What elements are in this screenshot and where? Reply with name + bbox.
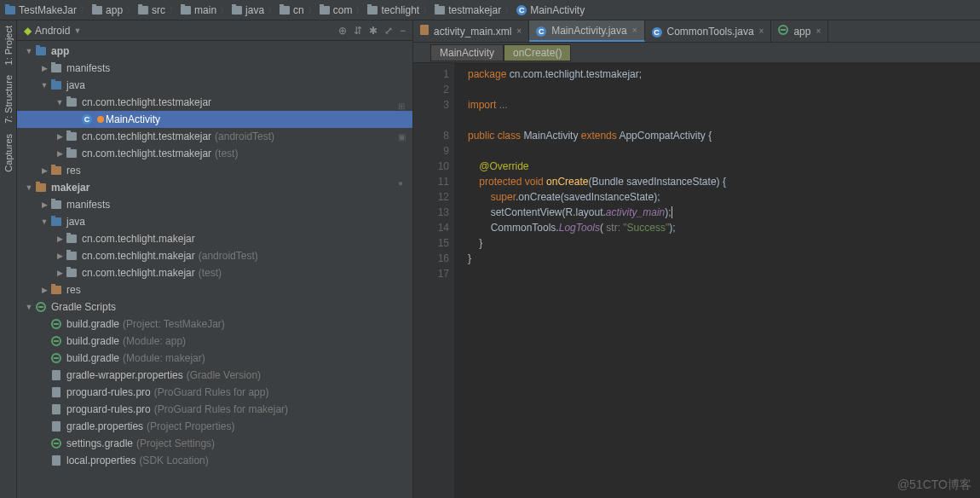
tree-arrow-icon[interactable]: ▼: [55, 98, 65, 107]
gutter-line[interactable]: 13: [413, 205, 449, 220]
tree-row[interactable]: gradle-wrapper.properties(Gradle Version…: [17, 367, 412, 384]
code-line[interactable]: protected void onCreate(Bundle savedInst…: [468, 174, 980, 189]
close-icon[interactable]: ×: [516, 26, 522, 36]
code-line[interactable]: [468, 113, 980, 128]
breadcrumb-item[interactable]: testmakejar: [435, 4, 501, 16]
breadcrumb-item[interactable]: CMainActivity: [516, 4, 585, 16]
tree-arrow-icon[interactable]: ▶: [55, 269, 65, 277]
tree-row[interactable]: build.gradle(Project: TestMakeJar): [17, 316, 412, 333]
editor-tab[interactable]: activity_main.xml×: [413, 20, 529, 42]
project-view-selector[interactable]: Android: [35, 25, 70, 37]
breadcrumb-method[interactable]: onCreate(): [504, 44, 571, 61]
tree-arrow-icon[interactable]: ▶: [39, 286, 49, 294]
hide-icon[interactable]: ⤢: [384, 25, 393, 37]
code-line[interactable]: import ...: [468, 97, 980, 113]
tree-arrow-icon[interactable]: ▶: [39, 200, 49, 209]
tree-row[interactable]: ▶res: [17, 162, 412, 179]
gutter-icon[interactable]: ⊞: [398, 99, 405, 114]
project-tree[interactable]: ▼app▶manifests▼java▼cn.com.techlight.tes…: [17, 41, 412, 498]
tree-row[interactable]: build.gradle(Module: makejar): [17, 350, 412, 367]
tree-row[interactable]: CMainActivity: [17, 111, 412, 128]
gutter-line[interactable]: 9: [413, 143, 449, 159]
breadcrumb-item[interactable]: src: [138, 4, 165, 16]
tree-row[interactable]: ▼app: [17, 43, 412, 60]
code-line[interactable]: package cn.com.techlight.testmakejar;: [468, 67, 980, 82]
gutter-line[interactable]: 17: [413, 266, 449, 281]
target-icon[interactable]: ⊕: [338, 25, 347, 37]
tree-arrow-icon[interactable]: ▼: [24, 303, 34, 311]
tree-arrow-icon[interactable]: ▶: [39, 64, 49, 72]
minimize-icon[interactable]: −: [400, 25, 406, 37]
gutter-line[interactable]: 12: [413, 189, 449, 205]
code-line[interactable]: [468, 266, 980, 281]
tree-row[interactable]: ▼java: [17, 77, 412, 94]
breadcrumb-item[interactable]: com: [320, 4, 353, 16]
tree-row[interactable]: ▶manifests: [17, 196, 412, 213]
tree-arrow-icon[interactable]: ▶: [55, 235, 65, 243]
tree-row[interactable]: ▶cn.com.techlight.testmakejar(test): [17, 145, 412, 162]
tree-arrow-icon[interactable]: ▶: [55, 132, 65, 141]
gutter-line[interactable]: 15: [413, 235, 449, 251]
code-line[interactable]: [468, 143, 980, 159]
tree-row[interactable]: ▼makejar: [17, 179, 412, 196]
editor-tab[interactable]: CMainActivity.java×: [529, 20, 644, 42]
gutter-icon[interactable]: ▣: [398, 130, 406, 145]
tree-row[interactable]: ▶cn.com.techlight.makejar(androidTest): [17, 247, 412, 264]
structure-tool-tab[interactable]: 7: Structure: [3, 75, 14, 124]
tree-row[interactable]: local.properties(SDK Location): [17, 452, 412, 469]
breadcrumb-item[interactable]: app: [92, 4, 123, 16]
code-editor[interactable]: 12⊞3 ▣8910●11121314151617 package cn.com…: [413, 63, 980, 498]
gutter-line[interactable]: 10: [413, 159, 449, 174]
chevron-down-icon[interactable]: ▼: [73, 26, 81, 35]
breadcrumb-item[interactable]: techlight: [367, 4, 419, 16]
editor-tab[interactable]: app×: [771, 20, 828, 42]
breadcrumb-item[interactable]: cn: [280, 4, 304, 16]
close-icon[interactable]: ×: [816, 26, 821, 36]
settings-icon[interactable]: ✱: [369, 25, 378, 37]
gutter-line[interactable]: 16: [413, 251, 449, 266]
code-line[interactable]: CommonTools.LogTools( str: "Success");: [468, 220, 980, 235]
breadcrumb-class[interactable]: MainActivity: [430, 44, 504, 61]
tree-row[interactable]: ▶cn.com.techlight.makejar: [17, 230, 412, 247]
tree-row[interactable]: ▶manifests: [17, 60, 412, 77]
breadcrumb-item[interactable]: java: [232, 4, 264, 16]
tree-arrow-icon[interactable]: ▼: [24, 47, 34, 55]
tree-row[interactable]: gradle.properties(Project Properties): [17, 418, 412, 435]
tree-arrow-icon[interactable]: ▶: [55, 252, 65, 260]
tree-row[interactable]: ▼java: [17, 213, 412, 230]
gutter-line[interactable]: ●11: [413, 174, 449, 189]
code-line[interactable]: super.onCreate(savedInstanceState);: [468, 189, 980, 205]
tree-row[interactable]: ▶cn.com.techlight.makejar(test): [17, 264, 412, 281]
project-tool-tab[interactable]: 1: Project: [3, 26, 14, 65]
code-content[interactable]: package cn.com.techlight.testmakejar; im…: [454, 63, 980, 498]
tree-row[interactable]: ▶cn.com.techlight.testmakejar(androidTes…: [17, 128, 412, 145]
close-icon[interactable]: ×: [759, 26, 764, 36]
collapse-icon[interactable]: ⇵: [354, 25, 362, 37]
tree-arrow-icon[interactable]: ▼: [39, 81, 49, 90]
captures-tool-tab[interactable]: Captures: [3, 134, 14, 172]
gutter-line[interactable]: 14: [413, 220, 449, 235]
tree-arrow-icon[interactable]: ▶: [55, 149, 65, 158]
code-line[interactable]: public class MainActivity extends AppCom…: [468, 128, 980, 143]
breadcrumb-item[interactable]: main: [181, 4, 216, 16]
gutter-line[interactable]: 1: [413, 67, 449, 82]
code-line[interactable]: @Override: [468, 159, 980, 174]
code-line[interactable]: }: [468, 235, 980, 251]
editor-tab[interactable]: CCommonTools.java×: [645, 20, 772, 42]
code-line[interactable]: [468, 82, 980, 97]
tree-arrow-icon[interactable]: ▶: [39, 166, 49, 175]
code-line[interactable]: setContentView(R.layout.activity_main);: [468, 205, 980, 220]
editor-gutter[interactable]: 12⊞3 ▣8910●11121314151617: [413, 63, 454, 498]
tree-row[interactable]: proguard-rules.pro(ProGuard Rules for ap…: [17, 384, 412, 401]
tree-row[interactable]: settings.gradle(Project Settings): [17, 435, 412, 452]
tree-arrow-icon[interactable]: ▼: [24, 183, 34, 192]
gutter-line[interactable]: ▣8: [413, 128, 449, 143]
tree-row[interactable]: ▼Gradle Scripts: [17, 298, 412, 316]
close-icon[interactable]: ×: [632, 26, 637, 35]
code-line[interactable]: }: [468, 251, 980, 266]
gutter-line[interactable]: [413, 113, 449, 128]
gutter-line[interactable]: ⊞3: [413, 97, 449, 113]
gutter-line[interactable]: 2: [413, 82, 449, 97]
gutter-icon[interactable]: ●: [398, 176, 403, 191]
tree-row[interactable]: build.gradle(Module: app): [17, 333, 412, 350]
